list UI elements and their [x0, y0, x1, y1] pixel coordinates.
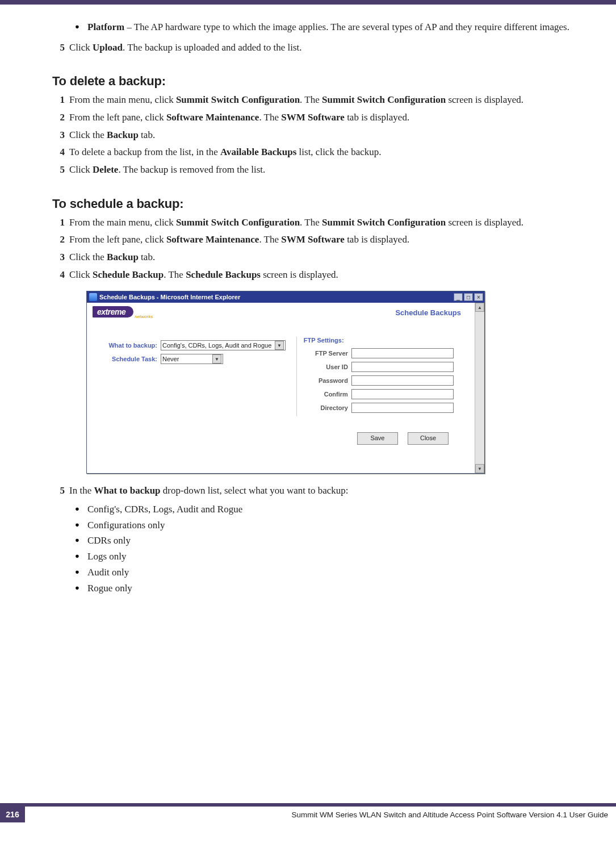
- schedule-step-2: 2From the left pane, click Software Main…: [52, 233, 599, 247]
- t: . The: [300, 217, 322, 228]
- right-column: FTP Settings: FTP Server User ID Passwor…: [297, 337, 469, 416]
- option-item: Configurations only: [75, 519, 599, 532]
- platform-bullet: Platform – The AP hardware type to which…: [75, 20, 599, 34]
- t: From the left pane, click: [69, 112, 166, 123]
- logo-text: extreme: [93, 306, 133, 318]
- schedule-task-select[interactable]: Never ▼: [161, 354, 223, 364]
- t: . The: [164, 269, 186, 280]
- t: screen is displayed.: [261, 269, 338, 280]
- ftp-server-input[interactable]: [351, 348, 454, 358]
- t: From the left pane, click: [69, 234, 166, 245]
- step-text-pre: Click: [69, 42, 93, 53]
- upload-step-list: 5 Click Upload. The backup is uploaded a…: [52, 41, 599, 55]
- t: Software Maintenance: [166, 112, 259, 123]
- directory-input[interactable]: [351, 403, 454, 413]
- schedule-step-3: 3Click the Backup tab.: [52, 250, 599, 265]
- password-label: Password: [304, 377, 351, 384]
- step-number: 3: [52, 128, 65, 143]
- logo: extreme networks: [93, 306, 153, 318]
- what-to-backup-value: Config's, CDRs, Logs, Audit and Rogue: [162, 342, 271, 349]
- t: Click the: [69, 130, 107, 140]
- delete-step-4: 4To delete a backup from the list, in th…: [52, 145, 599, 160]
- confirm-input[interactable]: [351, 389, 454, 399]
- platform-bullet-list: Platform – The AP hardware type to which…: [52, 20, 599, 34]
- delete-steps: 1From the main menu, click Summit Switch…: [52, 93, 599, 177]
- heading-delete-backup: To delete a backup:: [52, 74, 599, 89]
- close-window-button[interactable]: ×: [474, 293, 483, 301]
- t: Summit Switch Configuration: [322, 217, 446, 228]
- t: tab is displayed.: [345, 112, 409, 123]
- t: In the: [69, 485, 94, 496]
- step-number: 5: [52, 163, 65, 177]
- chevron-down-icon: ▼: [212, 354, 221, 364]
- directory-label: Directory: [304, 404, 351, 411]
- delete-step-2: 2From the left pane, click Software Main…: [52, 111, 599, 125]
- step-number: 1: [52, 216, 65, 230]
- t: tab is displayed.: [345, 234, 409, 245]
- t: Backup: [107, 130, 139, 140]
- t: Summit Switch Configuration: [176, 94, 300, 105]
- schedule-task-value: Never: [162, 356, 179, 362]
- window-buttons: _ □ ×: [454, 293, 483, 301]
- t: drop-down list, select what you want to …: [161, 485, 349, 496]
- step-number: 5: [52, 41, 65, 55]
- schedule-step-4: 4Click Schedule Backup. The Schedule Bac…: [52, 268, 599, 282]
- t: Click: [69, 164, 93, 175]
- step-number: 5: [52, 484, 65, 498]
- t: SWM Software: [281, 112, 345, 123]
- schedule-backups-screenshot: Schedule Backups - Microsoft Internet Ex…: [86, 291, 599, 474]
- step-number: 2: [52, 233, 65, 247]
- t: list, click the backup.: [296, 147, 381, 157]
- upload-step-5: 5 Click Upload. The backup is uploaded a…: [52, 41, 599, 55]
- footer-text: Summit WM Series WLAN Switch and Altitud…: [25, 811, 616, 819]
- t: tab.: [139, 252, 155, 262]
- page-number: 216: [0, 807, 25, 822]
- maximize-button[interactable]: □: [464, 293, 473, 301]
- step-number: 2: [52, 111, 65, 125]
- t: To delete a backup from the list, in the: [69, 147, 220, 157]
- t: Delete: [93, 164, 118, 175]
- delete-step-5: 5Click Delete. The backup is removed fro…: [52, 163, 599, 177]
- step-text-bold: Upload: [93, 42, 123, 53]
- dialog-button-row: Save Close: [95, 416, 469, 452]
- delete-step-1: 1From the main menu, click Summit Switch…: [52, 93, 599, 107]
- platform-bullet-label: Platform: [87, 22, 124, 32]
- option-item: CDRs only: [75, 534, 599, 548]
- save-button[interactable]: Save: [357, 432, 398, 445]
- close-button[interactable]: Close: [408, 432, 449, 445]
- page-top-rule: [0, 0, 616, 5]
- step-text-post: . The backup is uploaded and added to th…: [123, 42, 302, 53]
- option-item: Logs only: [75, 550, 599, 563]
- t: Summit Switch Configuration: [322, 94, 446, 105]
- dialog-page-title: Schedule Backups: [395, 308, 461, 317]
- step-number: 3: [52, 250, 65, 265]
- t: Schedule Backup: [93, 269, 164, 280]
- schedule-steps: 1From the main menu, click Summit Switch…: [52, 216, 599, 282]
- password-input[interactable]: [351, 375, 454, 386]
- window-title: Schedule Backups - Microsoft Internet Ex…: [99, 294, 454, 300]
- what-to-backup-select[interactable]: Config's, CDRs, Logs, Audit and Rogue ▼: [161, 340, 286, 350]
- t: Click: [69, 269, 93, 280]
- scroll-up-icon[interactable]: ▲: [475, 303, 484, 312]
- platform-bullet-text: – The AP hardware type to which the imag…: [124, 22, 569, 32]
- backup-options-list: Config's, CDRs, Logs, Audit and Rogue Co…: [69, 503, 599, 595]
- scroll-down-icon[interactable]: ▼: [475, 464, 484, 473]
- option-item: Rogue only: [75, 582, 599, 595]
- heading-schedule-backup: To schedule a backup:: [52, 197, 599, 211]
- t: Backup: [107, 252, 139, 262]
- t: Summit Switch Configuration: [176, 217, 300, 228]
- schedule-task-label: Schedule Task:: [95, 356, 161, 362]
- t: From the main menu, click: [69, 94, 176, 105]
- t: Available Backups: [220, 147, 296, 157]
- confirm-label: Confirm: [304, 391, 351, 398]
- window-titlebar[interactable]: Schedule Backups - Microsoft Internet Ex…: [87, 291, 484, 303]
- delete-step-3: 3Click the Backup tab.: [52, 128, 599, 143]
- t: From the main menu, click: [69, 217, 176, 228]
- t: What to backup: [94, 485, 160, 496]
- vertical-scrollbar[interactable]: ▲ ▼: [475, 303, 484, 473]
- minimize-button[interactable]: _: [454, 293, 463, 301]
- t: . The backup is removed from the list.: [118, 164, 265, 175]
- t: . The: [259, 112, 281, 123]
- user-id-input[interactable]: [351, 362, 454, 372]
- schedule-step-1: 1From the main menu, click Summit Switch…: [52, 216, 599, 230]
